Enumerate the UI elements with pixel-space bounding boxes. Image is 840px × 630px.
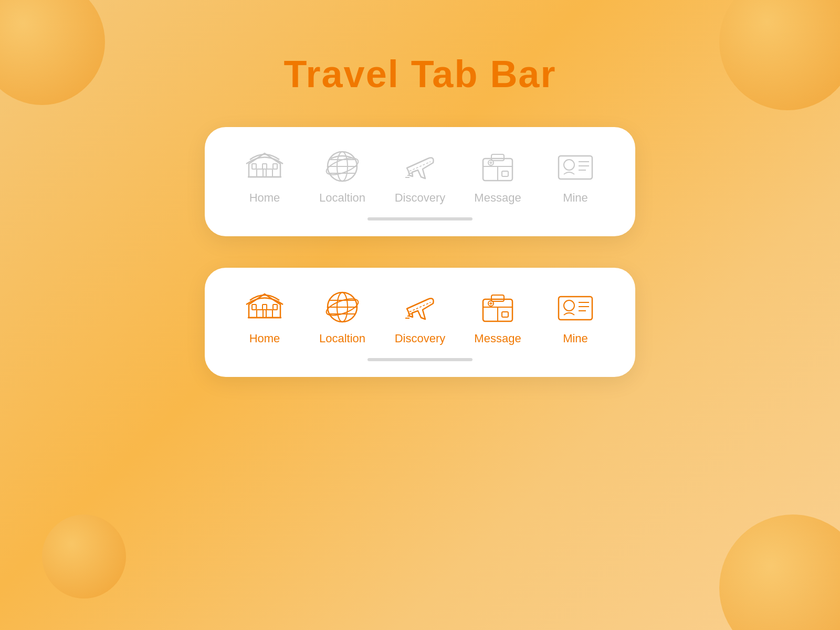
location-icon-inactive bbox=[321, 148, 363, 185]
tab-label-location-inactive: Localtion bbox=[319, 191, 365, 205]
tab-label-message-active: Message bbox=[474, 332, 521, 345]
svg-rect-32 bbox=[257, 310, 263, 318]
svg-point-54 bbox=[564, 300, 574, 311]
home-indicator-active bbox=[368, 358, 472, 361]
svg-rect-24 bbox=[559, 156, 592, 179]
svg-rect-0 bbox=[252, 164, 256, 169]
svg-rect-31 bbox=[273, 304, 277, 310]
tab-item-location-inactive[interactable]: Localtion bbox=[311, 148, 374, 205]
tab-item-mine-active[interactable]: Mine bbox=[544, 289, 607, 345]
discovery-icon-inactive bbox=[399, 148, 441, 185]
tab-item-message-active[interactable]: Message bbox=[466, 289, 529, 345]
message-icon-inactive bbox=[477, 148, 519, 185]
tab-item-mine-inactive[interactable]: Mine bbox=[544, 148, 607, 205]
decorative-circle-bl bbox=[42, 514, 126, 598]
svg-rect-3 bbox=[257, 169, 263, 177]
svg-rect-52 bbox=[502, 312, 508, 317]
mine-icon-inactive bbox=[554, 148, 596, 185]
svg-point-25 bbox=[564, 160, 574, 170]
tab-item-message-inactive[interactable]: Message bbox=[466, 148, 529, 205]
svg-rect-33 bbox=[266, 310, 272, 318]
tab-bar-inactive: Home Localtion bbox=[205, 127, 635, 236]
tab-item-discovery-inactive[interactable]: Discovery bbox=[388, 148, 452, 205]
tab-label-mine-active: Mine bbox=[563, 332, 588, 345]
mine-icon-active bbox=[554, 289, 596, 326]
tab-bar-items-inactive: Home Localtion bbox=[215, 148, 625, 205]
tab-label-mine-inactive: Mine bbox=[563, 191, 588, 205]
tab-label-home-inactive: Home bbox=[249, 191, 280, 205]
tab-item-home-inactive[interactable]: Home bbox=[233, 148, 296, 205]
tab-label-location-active: Localtion bbox=[319, 332, 365, 345]
location-icon-active bbox=[321, 289, 363, 326]
svg-rect-1 bbox=[262, 164, 267, 169]
tab-bar-items-active: Home Localtion bbox=[215, 289, 625, 345]
tab-item-discovery-active[interactable]: Discovery bbox=[388, 289, 452, 345]
discovery-icon-active bbox=[399, 289, 441, 326]
tab-bar-active: Home Localtion bbox=[205, 268, 635, 377]
tab-label-discovery-active: Discovery bbox=[395, 332, 446, 345]
svg-rect-23 bbox=[502, 171, 508, 176]
decorative-circle-br bbox=[719, 514, 840, 630]
page-title: Travel Tab Bar bbox=[284, 52, 556, 96]
svg-rect-2 bbox=[273, 164, 277, 169]
tab-label-home-active: Home bbox=[249, 332, 280, 345]
svg-rect-17 bbox=[491, 154, 504, 161]
tab-item-home-active[interactable]: Home bbox=[233, 289, 296, 345]
svg-rect-30 bbox=[262, 304, 267, 310]
tab-label-discovery-inactive: Discovery bbox=[395, 191, 446, 205]
svg-rect-53 bbox=[559, 297, 592, 320]
tab-item-location-active[interactable]: Localtion bbox=[311, 289, 374, 345]
home-icon-active bbox=[244, 289, 286, 326]
home-indicator-inactive bbox=[368, 217, 472, 220]
page-content: Travel Tab Bar Home bbox=[0, 0, 840, 377]
home-icon bbox=[244, 148, 286, 185]
svg-rect-4 bbox=[266, 169, 272, 177]
svg-rect-46 bbox=[491, 295, 504, 301]
message-icon-active bbox=[477, 289, 519, 326]
svg-rect-29 bbox=[252, 304, 256, 310]
tab-label-message-inactive: Message bbox=[474, 191, 521, 205]
